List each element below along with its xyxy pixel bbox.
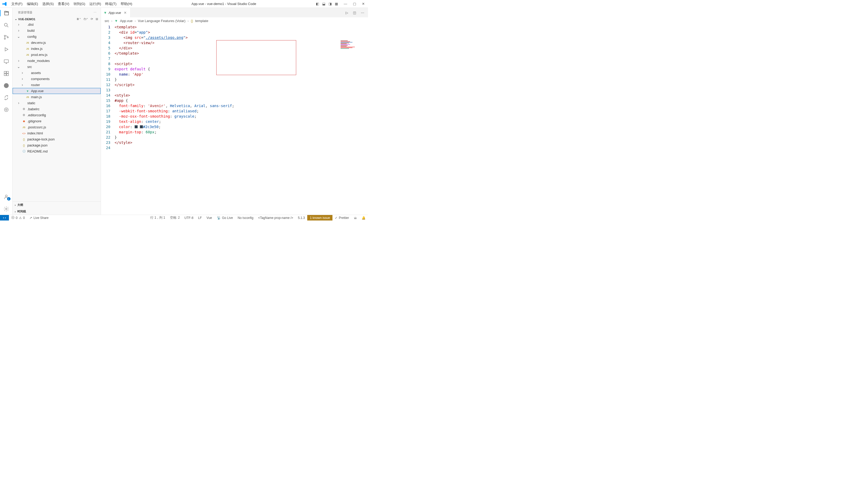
file-tree: ›.dist›build⌄config JSdev.env.js JSindex… xyxy=(13,21,101,201)
menu-select[interactable]: 选择(S) xyxy=(40,1,56,7)
vscode-icon xyxy=(0,2,9,6)
breadcrumb[interactable]: src› ▼App.vue› Vue Language Features (Vo… xyxy=(101,17,368,24)
close-icon[interactable]: ✕ xyxy=(362,2,365,6)
collapse-icon[interactable]: ⊟ xyxy=(96,17,98,21)
tagname[interactable]: <TagName prop-name /> xyxy=(256,215,295,220)
tree-item--gitignore[interactable]: ◆.gitignore xyxy=(13,118,101,124)
minimize-icon[interactable]: — xyxy=(344,2,347,6)
svg-point-13 xyxy=(5,208,7,210)
tree-item-node_modules[interactable]: ›node_modules xyxy=(13,58,101,64)
tree-item-router[interactable]: ›router xyxy=(13,82,101,88)
svg-point-10 xyxy=(4,108,8,112)
tree-item--dist[interactable]: ›.dist xyxy=(13,21,101,28)
new-file-icon[interactable]: 🗎⁺ xyxy=(76,17,81,21)
run-icon[interactable]: ▷ xyxy=(346,11,348,15)
panel-right-icon[interactable]: ◨ xyxy=(328,2,332,6)
tsconfig[interactable]: No tsconfig xyxy=(235,215,256,220)
explorer-sidebar: 资源管理器 ⋯ ⌄ VUE-DEMO1 🗎⁺ 🗀⁺ ⟳ ⊟ ›.dist›bui… xyxy=(13,8,101,215)
timeline-section[interactable]: ›时间线 xyxy=(13,208,101,215)
status-bar: ⓧ 0 ⚠ 0 ↗ Live Share 行 1，列 1 空格: 2 UTF-8… xyxy=(0,215,368,220)
version[interactable]: 5.1.3 xyxy=(296,215,308,220)
run-debug-icon[interactable] xyxy=(3,46,10,53)
tree-item--babelrc[interactable]: ⚙.babelrc xyxy=(13,106,101,112)
tree-item-prod-env-js[interactable]: JSprod.env.js xyxy=(13,52,101,58)
vue-icon: ▼ xyxy=(104,11,107,15)
language-mode[interactable]: Vue xyxy=(204,215,214,220)
editor-area: ▼ App.vue ✕ ▷ ◫ ⋯ src› ▼App.vue› Vue Lan… xyxy=(101,8,368,215)
tree-item-index-html[interactable]: <>index.html xyxy=(13,130,101,136)
new-folder-icon[interactable]: 🗀⁺ xyxy=(84,17,88,21)
menu-help[interactable]: 帮助(H) xyxy=(119,1,134,7)
panel-left-icon[interactable]: ◧ xyxy=(316,2,319,6)
sidebar-title: 资源管理器 xyxy=(18,11,32,15)
bell-icon[interactable]: 🔔 xyxy=(359,215,368,220)
menu-view[interactable]: 查看(V) xyxy=(56,1,71,7)
vue-icon: ▼ xyxy=(115,19,118,23)
tree-item-components[interactable]: ›components xyxy=(13,76,101,82)
tree-item-src[interactable]: ⌄src xyxy=(13,64,101,70)
tree-item-config[interactable]: ⌄config xyxy=(13,34,101,40)
github-icon[interactable] xyxy=(3,83,10,89)
layout-grid-icon[interactable]: ▦ xyxy=(335,2,338,6)
eol[interactable]: LF xyxy=(196,215,204,220)
menu-bar: 文件(F) 编辑(E) 选择(S) 查看(V) 转到(G) 运行(R) 终端(T… xyxy=(9,1,134,7)
brackets-icon: {} xyxy=(191,19,193,23)
extensions-icon[interactable] xyxy=(3,70,10,77)
tree-item--editorconfig[interactable]: ⚙.editorconfig xyxy=(13,112,101,118)
indent[interactable]: 空格: 2 xyxy=(168,215,182,220)
maximize-icon[interactable]: ▢ xyxy=(353,2,356,6)
tree-item-App-vue[interactable]: ▼App.vue xyxy=(13,88,101,94)
outline-section[interactable]: ›大纲 xyxy=(13,202,101,208)
menu-file[interactable]: 文件(F) xyxy=(9,1,25,7)
known-issue[interactable]: 1 known issue xyxy=(307,215,332,220)
menu-terminal[interactable]: 终端(T) xyxy=(103,1,119,7)
tree-item-main-js[interactable]: JSmain.js xyxy=(13,94,101,100)
live-share[interactable]: ↗ Live Share xyxy=(27,215,51,220)
menu-edit[interactable]: 编辑(E) xyxy=(25,1,40,7)
menu-goto[interactable]: 转到(G) xyxy=(71,1,87,7)
search-icon[interactable] xyxy=(3,22,10,28)
sidebar-more-icon[interactable]: ⋯ xyxy=(93,11,97,14)
prettier[interactable]: ✓ Prettier xyxy=(332,215,351,220)
cursor-position[interactable]: 行 1，列 1 xyxy=(148,215,167,220)
remote-indicator[interactable] xyxy=(0,215,9,220)
tree-item-package-json[interactable]: {}package.json xyxy=(13,142,101,148)
tree-item-dev-env-js[interactable]: JSdev.env.js xyxy=(13,40,101,46)
tree-item--postcssrc-js[interactable]: JS.postcssrc.js xyxy=(13,124,101,130)
chevron-down-icon[interactable]: ⌄ xyxy=(15,17,17,21)
account-icon[interactable] xyxy=(3,194,10,200)
tree-item-assets[interactable]: ›assets xyxy=(13,70,101,76)
tree-item-package-lock-json[interactable]: {}package-lock.json xyxy=(13,136,101,142)
feedback-icon[interactable]: 🛎 xyxy=(351,215,359,220)
tree-item-index-js[interactable]: JSindex.js xyxy=(13,46,101,52)
svg-rect-6 xyxy=(6,71,8,73)
panel-bottom-icon[interactable]: ⬓ xyxy=(322,2,325,6)
source-control-icon[interactable] xyxy=(3,34,10,40)
menu-run[interactable]: 运行(R) xyxy=(87,1,103,7)
remote-icon[interactable] xyxy=(3,58,10,65)
tab-app-vue[interactable]: ▼ App.vue ✕ xyxy=(101,8,131,17)
refresh-icon[interactable]: ⟳ xyxy=(91,17,93,21)
tab-close-icon[interactable]: ✕ xyxy=(123,11,128,15)
svg-rect-8 xyxy=(6,74,8,76)
svg-point-12 xyxy=(5,195,7,197)
svg-rect-4 xyxy=(4,60,8,63)
tree-item-static[interactable]: ›static xyxy=(13,100,101,106)
encoding[interactable]: UTF-8 xyxy=(182,215,196,220)
code-editor[interactable]: 123456789101112131415161718192021222324 … xyxy=(101,24,368,215)
svg-rect-7 xyxy=(4,74,6,76)
svg-rect-5 xyxy=(4,71,6,73)
more-actions-icon[interactable]: ⋯ xyxy=(361,11,364,15)
split-editor-icon[interactable]: ◫ xyxy=(353,11,356,15)
go-live[interactable]: 📡 Go Live xyxy=(214,215,235,220)
tab-label: App.vue xyxy=(108,11,121,15)
copilot-icon[interactable] xyxy=(3,107,10,113)
explorer-icon[interactable] xyxy=(0,10,13,16)
share-icon[interactable] xyxy=(3,94,10,101)
activity-bar xyxy=(0,8,13,215)
tree-item-build[interactable]: ›build xyxy=(13,28,101,34)
problems[interactable]: ⓧ 0 ⚠ 0 xyxy=(9,215,27,220)
settings-gear-icon[interactable] xyxy=(3,206,10,212)
tree-item-README-md[interactable]: ⓘREADME.md xyxy=(13,148,101,154)
minimap[interactable] xyxy=(341,40,364,51)
